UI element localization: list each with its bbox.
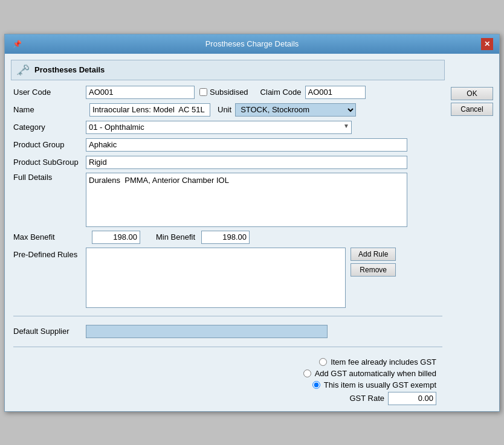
- gst-option2-row: Add GST automatically when billed: [303, 369, 436, 378]
- user-code-label: User Code: [13, 88, 86, 97]
- category-row: Category 01 - Ophthalmic: [13, 120, 442, 135]
- dialog-title: Prostheses Charge Details: [23, 39, 481, 48]
- user-code-input[interactable]: [86, 86, 195, 99]
- product-group-label: Product Group: [13, 140, 86, 149]
- key-icon: 🗝️: [16, 63, 30, 77]
- max-benefit-input[interactable]: [92, 231, 140, 244]
- min-benefit-label: Min Benefit: [156, 232, 195, 242]
- subsidised-label: Subsidised: [210, 88, 248, 97]
- full-details-textarea[interactable]: Duralens PMMA, Anterior Chamber IOL: [86, 173, 407, 227]
- gst-section: Item fee already includes GST Add GST au…: [13, 357, 442, 405]
- gst-option3-label: This item is usually GST exempt: [324, 380, 436, 389]
- gst-rate-label: GST Rate: [349, 394, 384, 403]
- default-supplier-input[interactable]: [86, 325, 328, 338]
- gst-option3-row: This item is usually GST exempt: [312, 380, 436, 389]
- rules-buttons: Add Rule Remove: [351, 248, 396, 277]
- rules-label: Pre-Defined Rules: [13, 248, 86, 259]
- form-area: User Code Subsidised Claim Code Name: [11, 85, 445, 405]
- gst-option1-label: Item fee already includes GST: [331, 357, 436, 367]
- product-subgroup-label: Product SubGroup: [13, 158, 86, 167]
- product-subgroup-row: Product SubGroup: [13, 155, 442, 170]
- full-details-row: Full Details Duralens PMMA, Anterior Cha…: [13, 173, 442, 227]
- gst-rate-input[interactable]: [388, 392, 436, 405]
- section-header: 🗝️ Prostheses Details: [11, 60, 445, 80]
- rules-area: Add Rule Remove: [86, 248, 396, 308]
- dialog-body: 🗝️ Prostheses Details User Code Subsidis…: [5, 54, 499, 411]
- category-wrapper: 01 - Ophthalmic: [86, 121, 352, 134]
- unit-dropdown[interactable]: STOCK, Stockroom: [235, 103, 356, 117]
- category-select[interactable]: 01 - Ophthalmic: [86, 121, 352, 134]
- gst-option2-label: Add GST automatically when billed: [315, 369, 436, 378]
- min-benefit-input[interactable]: [201, 231, 250, 244]
- unit-label: Unit: [218, 105, 231, 114]
- user-code-row: User Code Subsidised Claim Code: [13, 85, 442, 100]
- gst-rate-row: GST Rate: [349, 392, 436, 405]
- subsidised-checkbox-label: Subsidised: [199, 88, 248, 97]
- gst-option1-radio[interactable]: [319, 358, 327, 366]
- product-group-input[interactable]: [86, 138, 407, 152]
- full-details-label: Full Details: [13, 173, 86, 182]
- add-rule-button[interactable]: Add Rule: [351, 248, 396, 261]
- separator: [13, 316, 442, 316]
- subsidised-checkbox[interactable]: [199, 88, 207, 96]
- separator-2: [13, 347, 442, 347]
- remove-button[interactable]: Remove: [351, 263, 396, 277]
- gst-option1-row: Item fee already includes GST: [319, 357, 436, 367]
- dialog-window: 📌 Prostheses Charge Details ✕ 🗝️ Prosthe…: [4, 34, 500, 412]
- gst-option2-radio[interactable]: [303, 370, 311, 377]
- default-supplier-label: Default Supplier: [13, 327, 86, 336]
- main-content: 🗝️ Prostheses Details User Code Subsidis…: [11, 60, 445, 405]
- sidebar-buttons: OK Cancel: [451, 60, 493, 405]
- max-benefit-label: Max Benefit: [13, 232, 86, 242]
- product-subgroup-input[interactable]: [86, 156, 407, 169]
- section-title: Prostheses Details: [34, 65, 105, 74]
- name-row: Name Unit STOCK, Stockroom: [13, 103, 442, 117]
- title-bar-left-spacer: 📌: [11, 39, 23, 48]
- cancel-button[interactable]: Cancel: [451, 103, 493, 116]
- name-label: Name: [13, 105, 86, 114]
- category-label: Category: [13, 123, 86, 132]
- claim-code-section: Claim Code: [260, 86, 366, 99]
- default-supplier-row: Default Supplier: [13, 324, 442, 339]
- claim-code-input[interactable]: [305, 86, 366, 99]
- title-bar: 📌 Prostheses Charge Details ✕: [5, 34, 499, 54]
- name-input[interactable]: [89, 103, 210, 117]
- benefit-row: Max Benefit Min Benefit: [13, 230, 442, 245]
- rules-row: Pre-Defined Rules Add Rule Remove: [13, 248, 442, 308]
- close-button[interactable]: ✕: [481, 38, 493, 50]
- rules-textarea[interactable]: [86, 248, 346, 308]
- pin-icon: 📌: [13, 40, 22, 48]
- claim-code-label: Claim Code: [260, 88, 302, 97]
- gst-option3-radio[interactable]: [312, 381, 320, 389]
- ok-button[interactable]: OK: [451, 87, 493, 100]
- product-group-row: Product Group: [13, 138, 442, 152]
